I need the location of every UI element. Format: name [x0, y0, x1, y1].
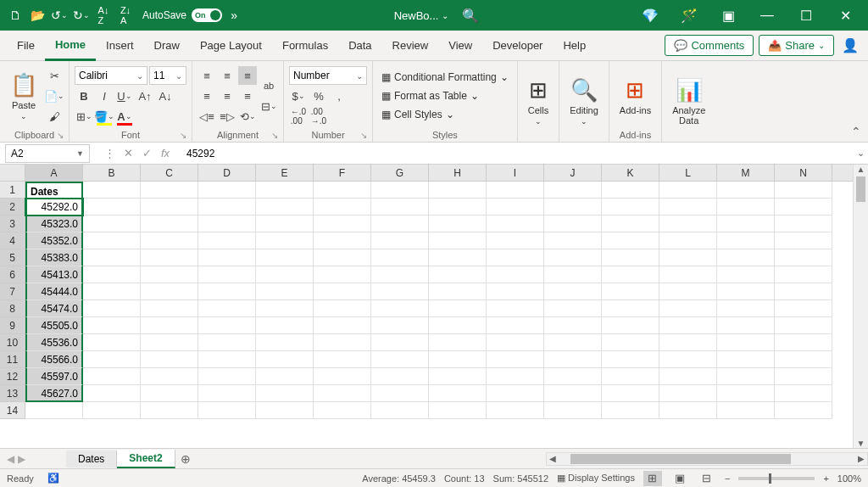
cell-D10[interactable]: [198, 334, 256, 351]
cell-H2[interactable]: [429, 199, 487, 216]
cell-D12[interactable]: [198, 368, 256, 385]
cell-L3[interactable]: [659, 216, 717, 232]
cell-K8[interactable]: [602, 300, 659, 317]
increase-indent-icon[interactable]: ≡▷: [218, 107, 236, 126]
comments-button[interactable]: 💬 Comments: [665, 35, 754, 56]
cell-E2[interactable]: [256, 199, 314, 216]
cell-I14[interactable]: [487, 402, 544, 419]
cell-B4[interactable]: [83, 232, 141, 249]
cell-F8[interactable]: [314, 300, 371, 317]
tab-developer[interactable]: Developer: [482, 31, 553, 61]
conditional-formatting-button[interactable]: ▦ Conditional Formatting ⌄: [378, 70, 512, 85]
cell-M10[interactable]: [717, 334, 775, 351]
align-left-icon[interactable]: ≡: [198, 87, 216, 105]
cell-K2[interactable]: [602, 199, 659, 216]
align-top-icon[interactable]: ≡: [198, 66, 216, 85]
col-header-L[interactable]: L: [659, 165, 717, 181]
cell-F9[interactable]: [314, 317, 371, 334]
row-header-9[interactable]: 9: [0, 317, 25, 334]
cell-E5[interactable]: [256, 249, 314, 266]
align-center-icon[interactable]: ≡: [218, 87, 236, 105]
cell-I6[interactable]: [487, 266, 544, 283]
cell-J1[interactable]: [544, 182, 602, 199]
fx-icon[interactable]: fx: [158, 147, 173, 160]
cell-D4[interactable]: [198, 232, 256, 249]
cell-M7[interactable]: [717, 283, 775, 300]
cell-N8[interactable]: [775, 300, 832, 317]
editing-button[interactable]: 🔍Editing⌄: [565, 76, 604, 127]
maximize-button[interactable]: ☐: [787, 0, 826, 31]
cell-H7[interactable]: [429, 283, 487, 300]
sheet-nav-prev-icon[interactable]: ◀: [7, 453, 14, 465]
cell-J8[interactable]: [544, 300, 602, 317]
font-size-combo[interactable]: 11: [149, 66, 186, 85]
cell-F1[interactable]: [314, 182, 371, 199]
wand-icon[interactable]: 🪄: [670, 0, 709, 31]
cell-D1[interactable]: [198, 182, 256, 199]
cell-G2[interactable]: [371, 199, 429, 216]
tab-draw[interactable]: Draw: [144, 31, 190, 61]
col-header-C[interactable]: C: [141, 165, 198, 181]
cell-L9[interactable]: [659, 317, 717, 334]
cell-F2[interactable]: [314, 199, 371, 216]
col-header-G[interactable]: G: [371, 165, 429, 181]
cell-I12[interactable]: [487, 368, 544, 385]
cell-N10[interactable]: [775, 334, 832, 351]
row-header-5[interactable]: 5: [0, 249, 25, 266]
cell-N13[interactable]: [775, 385, 832, 402]
cell-N11[interactable]: [775, 351, 832, 368]
cell-D13[interactable]: [198, 385, 256, 402]
minimize-button[interactable]: —: [748, 0, 787, 31]
cell-K14[interactable]: [602, 402, 659, 419]
number-format-combo[interactable]: Number: [289, 66, 367, 85]
col-header-J[interactable]: J: [544, 165, 602, 181]
col-header-A[interactable]: A: [25, 165, 83, 181]
new-file-icon[interactable]: 🗋: [5, 5, 25, 25]
cell-E12[interactable]: [256, 368, 314, 385]
col-header-H[interactable]: H: [429, 165, 487, 181]
cell-H6[interactable]: [429, 266, 487, 283]
cell-N7[interactable]: [775, 283, 832, 300]
cell-K12[interactable]: [602, 368, 659, 385]
add-sheet-button[interactable]: ⊕: [175, 452, 196, 466]
percent-icon[interactable]: %: [309, 87, 328, 105]
cell-G14[interactable]: [371, 402, 429, 419]
close-button[interactable]: ✕: [826, 0, 865, 31]
cells-button[interactable]: ⊞Cells⌄: [523, 76, 554, 127]
cell-D2[interactable]: [198, 199, 256, 216]
row-header-11[interactable]: 11: [0, 351, 25, 368]
cell-B12[interactable]: [83, 368, 141, 385]
cell-I2[interactable]: [487, 199, 544, 216]
tab-insert[interactable]: Insert: [96, 31, 144, 61]
cell-M9[interactable]: [717, 317, 775, 334]
cell-M6[interactable]: [717, 266, 775, 283]
row-header-7[interactable]: 7: [0, 283, 25, 300]
font-launcher-icon[interactable]: ↘: [180, 131, 186, 140]
normal-view-icon[interactable]: ⊞: [643, 471, 662, 486]
row-header-3[interactable]: 3: [0, 216, 25, 232]
cell-B7[interactable]: [83, 283, 141, 300]
cell-E4[interactable]: [256, 232, 314, 249]
cell-H1[interactable]: [429, 182, 487, 199]
analyze-data-button[interactable]: 📊Analyze Data: [667, 76, 710, 127]
cell-K6[interactable]: [602, 266, 659, 283]
diamond-icon[interactable]: 💎: [631, 0, 670, 31]
cell-K10[interactable]: [602, 334, 659, 351]
cell-J6[interactable]: [544, 266, 602, 283]
cell-N2[interactable]: [775, 199, 832, 216]
cell-J12[interactable]: [544, 368, 602, 385]
cell-L11[interactable]: [659, 351, 717, 368]
cell-F14[interactable]: [314, 402, 371, 419]
row-header-10[interactable]: 10: [0, 334, 25, 351]
cell-J9[interactable]: [544, 317, 602, 334]
cell-J5[interactable]: [544, 249, 602, 266]
cell-B11[interactable]: [83, 351, 141, 368]
cell-I7[interactable]: [487, 283, 544, 300]
expand-formula-icon[interactable]: ⌄: [853, 148, 868, 159]
cell-J4[interactable]: [544, 232, 602, 249]
cell-K4[interactable]: [602, 232, 659, 249]
tab-formulas[interactable]: Formulas: [272, 31, 338, 61]
sort-asc-icon[interactable]: A↓Z: [93, 5, 114, 25]
cell-A5[interactable]: 45383.0: [25, 249, 83, 266]
cell-C3[interactable]: [141, 216, 198, 232]
